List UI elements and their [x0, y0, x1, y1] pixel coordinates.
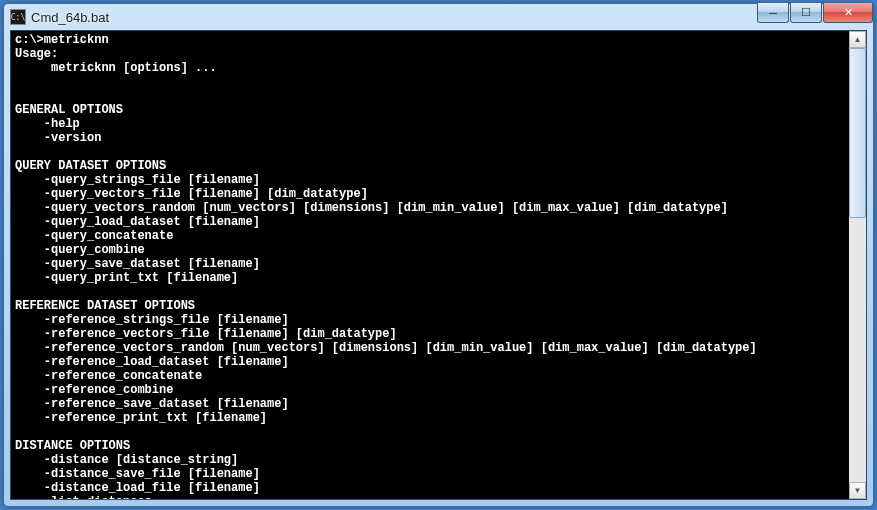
line: -reference_load_dataset [filename]	[15, 355, 289, 369]
titlebar[interactable]: C:\ Cmd_64b.bat ─ ☐ ✕	[4, 4, 873, 30]
client-area: c:\>metricknn Usage: metricknn [options]…	[10, 30, 867, 500]
line: -reference_vectors_file [filename] [dim_…	[15, 327, 397, 341]
console-window: C:\ Cmd_64b.bat ─ ☐ ✕ c:\>metricknn Usag…	[3, 3, 874, 507]
line: metricknn [options] ...	[15, 61, 217, 75]
app-icon: C:\	[10, 9, 26, 25]
line: -reference_combine	[15, 383, 173, 397]
line: -distance_save_file [filename]	[15, 467, 260, 481]
line: -query_strings_file [filename]	[15, 173, 260, 187]
line: -query_combine	[15, 243, 145, 257]
line: -reference_vectors_random [num_vectors] …	[15, 341, 757, 355]
line: -reference_concatenate	[15, 369, 202, 383]
close-button[interactable]: ✕	[823, 3, 873, 23]
line: c:\>metricknn	[15, 33, 109, 47]
line: DISTANCE OPTIONS	[15, 439, 130, 453]
line: -reference_strings_file [filename]	[15, 313, 289, 327]
line: -query_load_dataset [filename]	[15, 215, 260, 229]
line: -help	[15, 117, 80, 131]
minimize-button[interactable]: ─	[757, 3, 789, 23]
scroll-down-button[interactable]: ▼	[849, 482, 866, 499]
line: -distance [distance_string]	[15, 453, 238, 467]
line: -query_vectors_file [filename] [dim_data…	[15, 187, 368, 201]
line: REFERENCE DATASET OPTIONS	[15, 299, 195, 313]
scroll-up-button[interactable]: ▲	[849, 31, 866, 48]
scroll-track[interactable]	[849, 48, 866, 482]
line: -query_concatenate	[15, 229, 173, 243]
scroll-thumb[interactable]	[849, 48, 866, 218]
line: QUERY DATASET OPTIONS	[15, 159, 166, 173]
line: -list_distances	[15, 495, 152, 500]
window-title: Cmd_64b.bat	[31, 10, 109, 25]
maximize-button[interactable]: ☐	[790, 3, 822, 23]
line: -version	[15, 131, 101, 145]
line: -query_vectors_random [num_vectors] [dim…	[15, 201, 728, 215]
line: -reference_print_txt [filename]	[15, 411, 267, 425]
line: -query_save_dataset [filename]	[15, 257, 260, 271]
terminal-output[interactable]: c:\>metricknn Usage: metricknn [options]…	[11, 31, 848, 499]
line: -distance_load_file [filename]	[15, 481, 260, 495]
line: -reference_save_dataset [filename]	[15, 397, 289, 411]
line: Usage:	[15, 47, 58, 61]
titlebar-buttons: ─ ☐ ✕	[756, 3, 873, 23]
vertical-scrollbar[interactable]: ▲ ▼	[849, 31, 866, 499]
line: -query_print_txt [filename]	[15, 271, 238, 285]
line: GENERAL OPTIONS	[15, 103, 123, 117]
